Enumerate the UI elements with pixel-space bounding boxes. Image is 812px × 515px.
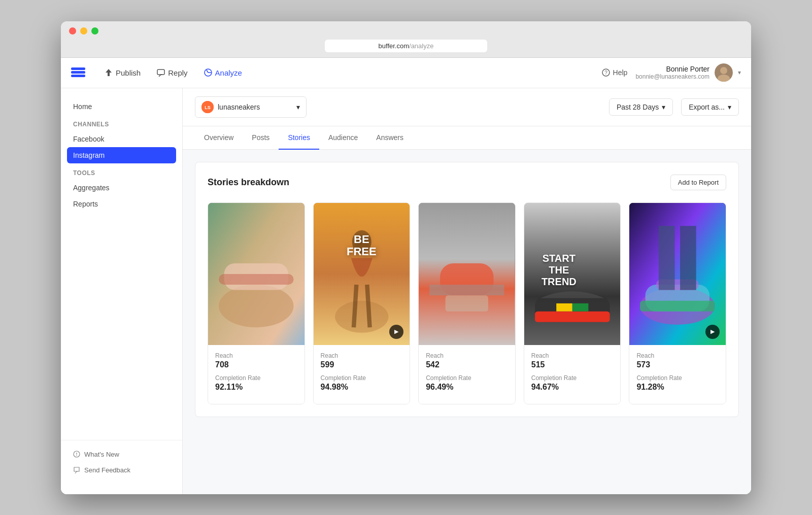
traffic-lights [69, 27, 743, 35]
account-selector-chevron: ▾ [296, 103, 300, 111]
stories-container: Stories breakdown Add to Report [183, 150, 751, 429]
sidebar-bottom: What's New Send Feedback [61, 440, 182, 484]
app-logo [71, 64, 85, 81]
stories-title: Stories breakdown [208, 177, 289, 188]
analyze-tab-label: Analyze [215, 68, 242, 77]
maximize-button[interactable] [91, 27, 98, 35]
close-button[interactable] [69, 27, 76, 35]
url-domain: buffer.com [379, 42, 409, 50]
add-to-report-button[interactable]: Add to Report [670, 175, 726, 190]
svg-rect-35 [659, 226, 675, 290]
story-photo-3 [419, 203, 515, 345]
sidebar-item-facebook[interactable]: Facebook [61, 131, 182, 147]
svg-text:LS: LS [205, 105, 211, 110]
svg-rect-1 [71, 71, 85, 74]
help-label: Help [613, 68, 628, 77]
svg-rect-29 [572, 303, 589, 311]
reach-value-1: 708 [215, 360, 297, 369]
app: Publish Reply Analyze ? [61, 58, 751, 494]
account-selector[interactable]: LS lunasneakers ▾ [195, 96, 307, 118]
sidebar-channels-label: Channels [61, 115, 182, 131]
svg-rect-3 [157, 70, 164, 75]
export-label: Export as... [689, 103, 725, 111]
tab-stories[interactable]: Stories [279, 126, 319, 150]
nav-tab-publish[interactable]: Publish [97, 64, 148, 81]
reach-value-2: 599 [321, 360, 403, 369]
address-bar-row: buffer.com/analyze [69, 40, 743, 57]
user-name-block: Bonnie Porter bonnie@lunasneakers.com [635, 65, 709, 80]
svg-rect-24 [446, 295, 488, 312]
date-range-label: Past 28 Days [617, 103, 659, 111]
sidebar-send-feedback[interactable]: Send Feedback [61, 462, 182, 478]
nav-tab-reply[interactable]: Reply [150, 64, 194, 81]
story-card-1: Reach 708 Completion Rate 92.11% [208, 202, 305, 404]
account-name: lunasneakers [218, 103, 260, 111]
tab-answers[interactable]: Answers [367, 126, 413, 150]
story-image-5: ▶ [629, 203, 726, 345]
completion-label-3: Completion Rate [426, 374, 508, 382]
story-overlay-4: STARTTHETREND [542, 253, 577, 288]
nav-right: ? Help Bonnie Porter bonnie@lunasneakers… [602, 63, 741, 82]
story-card-2: BE FREE ▶ Reach 599 Completion Rate 94.9… [313, 202, 411, 404]
user-menu-chevron[interactable]: ▾ [738, 69, 741, 76]
whats-new-label: What's New [84, 451, 119, 458]
date-selector[interactable]: Past 28 Days ▾ [609, 98, 673, 116]
avatar[interactable] [715, 63, 733, 82]
help-button[interactable]: ? Help [602, 68, 628, 77]
tab-posts[interactable]: Posts [243, 126, 279, 150]
nav-tab-analyze[interactable]: Analyze [197, 64, 249, 81]
story-cards-grid: Reach 708 Completion Rate 92.11% [208, 202, 726, 404]
sidebar-item-instagram[interactable]: Instagram [67, 147, 176, 163]
main-content: LS lunasneakers ▾ Past 28 Days ▾ Export … [183, 88, 751, 494]
tab-audience[interactable]: Audience [319, 126, 367, 150]
svg-rect-2 [71, 75, 85, 77]
sidebar-item-home[interactable]: Home [61, 98, 182, 115]
completion-label-1: Completion Rate [215, 374, 297, 382]
svg-point-19 [335, 300, 388, 332]
stories-card: Stories breakdown Add to Report [195, 162, 739, 417]
reach-label-5: Reach [636, 352, 719, 359]
content-header: LS lunasneakers ▾ Past 28 Days ▾ Export … [183, 88, 751, 126]
svg-rect-27 [535, 311, 610, 322]
minimize-button[interactable] [80, 27, 87, 35]
svg-point-11 [76, 455, 77, 456]
send-feedback-label: Send Feedback [84, 466, 130, 474]
address-bar[interactable]: buffer.com/analyze [325, 40, 487, 52]
reach-value-3: 542 [426, 360, 508, 369]
story-card-5: ▶ Reach 573 Completion Rate 91.28% [629, 202, 726, 404]
url-path: /analyze [409, 42, 433, 50]
browser-chrome: buffer.com/analyze [61, 21, 751, 58]
svg-rect-0 [71, 67, 85, 70]
reach-value-4: 515 [531, 360, 614, 369]
completion-value-3: 96.49% [426, 383, 508, 392]
content-tabs: Overview Posts Stories Audience Answers [183, 126, 751, 150]
reach-label-4: Reach [531, 352, 614, 359]
app-body: Home Channels Facebook Instagram Tools A… [61, 88, 751, 494]
svg-rect-17 [219, 274, 293, 285]
story-photo-1 [208, 203, 304, 345]
account-avatar: LS [201, 101, 214, 113]
top-nav: Publish Reply Analyze ? [61, 58, 751, 88]
story-stats-5: Reach 573 Completion Rate 91.28% [629, 345, 726, 404]
publish-tab-label: Publish [116, 68, 141, 77]
user-name: Bonnie Porter [635, 65, 709, 73]
reach-label-2: Reach [321, 352, 403, 359]
export-button[interactable]: Export as... ▾ [681, 98, 739, 116]
sidebar-item-aggregates[interactable]: Aggregates [61, 180, 182, 196]
story-image-3 [419, 203, 515, 345]
svg-rect-23 [429, 285, 504, 295]
sidebar-tools-label: Tools [61, 163, 182, 180]
completion-value-2: 94.98% [321, 383, 403, 392]
browser-window: buffer.com/analyze Publish [61, 21, 751, 494]
completion-label-4: Completion Rate [531, 374, 614, 382]
reach-label-3: Reach [426, 352, 508, 359]
story-card-3: Reach 542 Completion Rate 96.49% [418, 202, 516, 404]
sidebar-item-reports[interactable]: Reports [61, 196, 182, 212]
stories-card-header: Stories breakdown Add to Report [208, 175, 726, 190]
svg-rect-36 [680, 226, 696, 290]
completion-label-2: Completion Rate [321, 374, 403, 382]
tab-overview[interactable]: Overview [195, 126, 243, 150]
story-image-1 [208, 203, 304, 345]
sidebar-whats-new[interactable]: What's New [61, 447, 182, 462]
video-icon-2: ▶ [389, 325, 403, 339]
